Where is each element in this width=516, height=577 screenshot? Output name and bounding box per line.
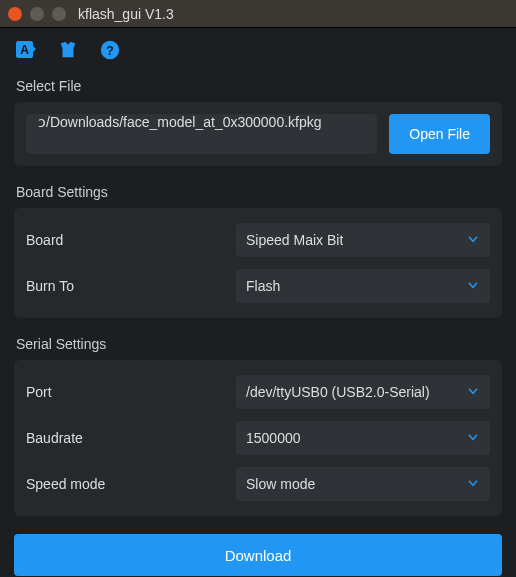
file-path-input[interactable]: ɔ/Downloads/face_model_at_0x300000.kfpkg — [26, 114, 377, 154]
titlebar: kflash_gui V1.3 — [0, 0, 516, 28]
chevron-down-icon — [466, 278, 480, 295]
window-minimize-button[interactable] — [30, 7, 44, 21]
toolbar: A ? — [0, 28, 516, 72]
board-settings-group: Board Sipeed Maix Bit Burn To Flash — [14, 208, 502, 318]
chevron-down-icon — [466, 476, 480, 493]
board-select[interactable]: Sipeed Maix Bit — [236, 223, 490, 257]
serial-settings-label: Serial Settings — [14, 330, 502, 360]
chevron-down-icon — [466, 430, 480, 447]
window-title: kflash_gui V1.3 — [78, 6, 174, 22]
speed-mode-select-value: Slow mode — [246, 476, 315, 492]
chevron-down-icon — [466, 384, 480, 401]
burn-to-select[interactable]: Flash — [236, 269, 490, 303]
open-file-button[interactable]: Open File — [389, 114, 490, 154]
svg-text:?: ? — [106, 43, 114, 58]
help-icon[interactable]: ? — [98, 38, 122, 62]
chevron-down-icon — [466, 232, 480, 249]
window-maximize-button[interactable] — [52, 7, 66, 21]
window-close-button[interactable] — [8, 7, 22, 21]
serial-settings-group: Port /dev/ttyUSB0 (USB2.0-Serial) Baudra… — [14, 360, 502, 516]
select-file-label: Select File — [14, 72, 502, 102]
speed-mode-select[interactable]: Slow mode — [236, 467, 490, 501]
board-label: Board — [26, 232, 236, 248]
download-button[interactable]: Download — [14, 534, 502, 576]
port-label: Port — [26, 384, 236, 400]
board-settings-label: Board Settings — [14, 178, 502, 208]
board-select-value: Sipeed Maix Bit — [246, 232, 343, 248]
burn-to-label: Burn To — [26, 278, 236, 294]
port-select-value: /dev/ttyUSB0 (USB2.0-Serial) — [246, 384, 430, 400]
speed-mode-label: Speed mode — [26, 476, 236, 492]
port-select[interactable]: /dev/ttyUSB0 (USB2.0-Serial) — [236, 375, 490, 409]
svg-text:A: A — [20, 43, 29, 57]
skin-icon[interactable] — [56, 38, 80, 62]
baudrate-select[interactable]: 1500000 — [236, 421, 490, 455]
burn-to-select-value: Flash — [246, 278, 280, 294]
baudrate-label: Baudrate — [26, 430, 236, 446]
baudrate-select-value: 1500000 — [246, 430, 301, 446]
select-file-group: ɔ/Downloads/face_model_at_0x300000.kfpkg… — [14, 102, 502, 166]
language-icon[interactable]: A — [14, 38, 38, 62]
